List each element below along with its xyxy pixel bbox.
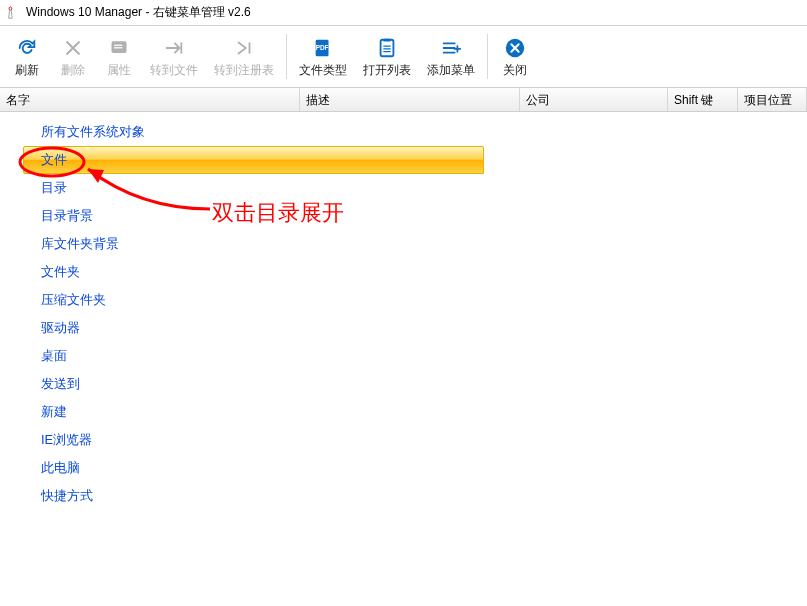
goto-registry-button[interactable]: 转到注册表 (206, 26, 282, 87)
toolbar-label: 添加菜单 (427, 62, 475, 79)
refresh-icon (15, 36, 39, 60)
tree-item-label: 目录 (24, 179, 67, 197)
column-pos[interactable]: 项目位置 (738, 88, 807, 111)
toolbar-separator (487, 34, 488, 79)
goto-registry-icon (232, 36, 256, 60)
tree-item-label: 目录背景 (24, 207, 93, 225)
toolbar-label: 打开列表 (363, 62, 411, 79)
tree-item-label: 驱动器 (24, 319, 80, 337)
tree-item-label: 新建 (24, 403, 67, 421)
close-icon (503, 36, 527, 60)
toolbar-label: 关闭 (503, 62, 527, 79)
tree-item-ie-browser[interactable]: IE浏览器 (24, 426, 807, 454)
close-button[interactable]: 关闭 (492, 26, 538, 87)
toolbar-label: 删除 (61, 62, 85, 79)
tree-item-label: 文件 (24, 151, 67, 169)
svg-rect-5 (381, 40, 394, 57)
delete-button[interactable]: 删除 (50, 26, 96, 87)
properties-button[interactable]: 属性 (96, 26, 142, 87)
toolbar: 刷新 删除 属性 转到文件 (0, 26, 807, 88)
tree-item-label: 所有文件系统对象 (24, 123, 145, 141)
tree-item-label: 文件夹 (24, 263, 80, 281)
file-type-icon: PDF (311, 36, 335, 60)
toolbar-label: 转到文件 (150, 62, 198, 79)
toolbar-label: 刷新 (15, 62, 39, 79)
file-type-button[interactable]: PDF 文件类型 (291, 26, 355, 87)
column-desc[interactable]: 描述 (300, 88, 520, 111)
delete-icon (61, 36, 85, 60)
column-name[interactable]: 名字 (0, 88, 300, 111)
toolbar-label: 转到注册表 (214, 62, 274, 79)
titlebar: Windows 10 Manager - 右键菜单管理 v2.6 (0, 0, 807, 26)
tree-item-directory[interactable]: 目录 (24, 174, 807, 202)
app-icon (6, 6, 20, 20)
column-shift[interactable]: Shift 键 (668, 88, 738, 111)
tree: 所有文件系统对象 文件 目录 目录背景 库文件夹背景 文件夹 压缩文件夹 驱动器… (0, 112, 807, 510)
toolbar-label: 属性 (107, 62, 131, 79)
tree-item-compressed-folder[interactable]: 压缩文件夹 (24, 286, 807, 314)
svg-rect-0 (112, 41, 127, 53)
svg-rect-1 (114, 45, 122, 46)
svg-text:PDF: PDF (316, 44, 329, 51)
properties-icon (107, 36, 131, 60)
tree-item-label: 快捷方式 (24, 487, 93, 505)
tree-item-label: 压缩文件夹 (24, 291, 106, 309)
svg-rect-2 (114, 47, 122, 48)
toolbar-label: 文件类型 (299, 62, 347, 79)
window-title: Windows 10 Manager - 右键菜单管理 v2.6 (26, 4, 251, 21)
svg-rect-6 (383, 39, 390, 42)
toolbar-separator (286, 34, 287, 79)
goto-file-button[interactable]: 转到文件 (142, 26, 206, 87)
add-menu-icon (439, 36, 463, 60)
tree-item-directory-bg[interactable]: 目录背景 (24, 202, 807, 230)
tree-item-shortcut[interactable]: 快捷方式 (24, 482, 807, 510)
column-headers: 名字 描述 公司 Shift 键 项目位置 (0, 88, 807, 112)
tree-item-label: 此电脑 (24, 459, 80, 477)
tree-item-folder[interactable]: 文件夹 (24, 258, 807, 286)
open-list-button[interactable]: 打开列表 (355, 26, 419, 87)
list-area: 所有文件系统对象 文件 目录 目录背景 库文件夹背景 文件夹 压缩文件夹 驱动器… (0, 112, 807, 606)
tree-item-library-bg[interactable]: 库文件夹背景 (24, 230, 807, 258)
tree-item-label: IE浏览器 (24, 431, 92, 449)
tree-item-label: 发送到 (24, 375, 80, 393)
tree-item-drive[interactable]: 驱动器 (24, 314, 807, 342)
tree-item-this-pc[interactable]: 此电脑 (24, 454, 807, 482)
column-company[interactable]: 公司 (520, 88, 668, 111)
open-list-icon (375, 36, 399, 60)
tree-item-label: 库文件夹背景 (24, 235, 119, 253)
tree-item-new[interactable]: 新建 (24, 398, 807, 426)
goto-file-icon (162, 36, 186, 60)
refresh-button[interactable]: 刷新 (4, 26, 50, 87)
tree-item-send-to[interactable]: 发送到 (24, 370, 807, 398)
tree-item-label: 桌面 (24, 347, 67, 365)
add-menu-button[interactable]: 添加菜单 (419, 26, 483, 87)
tree-item-desktop[interactable]: 桌面 (24, 342, 807, 370)
tree-item-file[interactable]: 文件 (24, 146, 484, 174)
tree-item-all-files[interactable]: 所有文件系统对象 (24, 118, 807, 146)
